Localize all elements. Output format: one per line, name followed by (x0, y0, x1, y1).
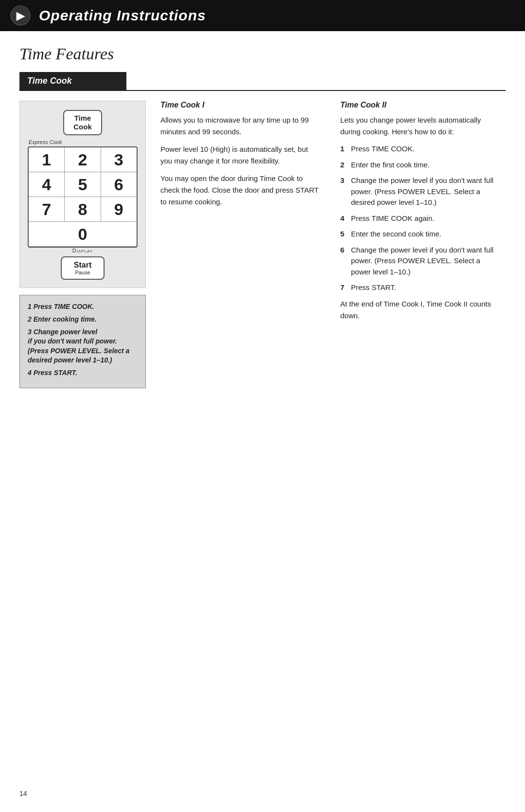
keypad-area: Time Cook Express Cook 1 2 3 (19, 101, 146, 288)
tc2-intro: Lets you change power levels automatical… (340, 114, 501, 138)
time-cook-button-wrap: Time Cook (28, 110, 138, 135)
tc2-step-6: 6 Change the power level if you don't wa… (340, 245, 501, 278)
time-cook-line2: Cook (73, 123, 92, 131)
key-9[interactable]: 9 (101, 197, 137, 221)
key-2[interactable]: 2 (65, 147, 101, 172)
numpad-zero-row: 0 (29, 222, 137, 247)
step-box-1: 1 Press TIME COOK. (28, 302, 138, 312)
start-button-wrap: Start Pause (28, 256, 138, 280)
time-cook-button[interactable]: Time Cook (63, 110, 102, 135)
header-title: Operating Instructions (39, 7, 206, 24)
step-box-3: 3 Change power level if you don't want f… (28, 327, 138, 365)
tc2-step-2-num: 2 (340, 160, 349, 171)
tc2-step-6-text: Change the power level if you don't want… (351, 245, 501, 278)
page-header: ▶ Operating Instructions (0, 0, 525, 31)
steps-box: 1 Press TIME COOK. 2 Enter cooking time.… (19, 295, 146, 388)
tc2-step-4-text: Press TIME COOK again. (351, 213, 501, 224)
tc2-footer: At the end of Time Cook I, Time Cook II … (340, 298, 501, 322)
tc2-step-7: 7 Press START. (340, 282, 501, 293)
tc1-para2: Power level 10 (High) is automatically s… (160, 144, 321, 167)
tc1-para3: You may open the door during Time Cook t… (160, 173, 321, 208)
page-title: Time Features (19, 45, 506, 63)
tc2-step-5-num: 5 (340, 229, 349, 240)
time-cook-1-body: Allows you to microwave for any time up … (160, 114, 321, 208)
time-cook-line1: Time (74, 114, 91, 122)
display-label: Display (28, 248, 138, 253)
start-pause-button[interactable]: Start Pause (61, 256, 105, 280)
step-box-3-title: 3 Change power level (28, 328, 97, 336)
tc1-para1: Allows you to microwave for any time up … (160, 114, 321, 138)
tc2-step-1: 1 Press TIME COOK. (340, 144, 501, 155)
step-box-4: 4 Press START. (28, 368, 138, 378)
tc2-steps-list: 1 Press TIME COOK. 2 Enter the first coo… (340, 144, 501, 293)
main-layout: Time Cook Express Cook 1 2 3 (19, 101, 506, 388)
page-content: Time Features Time Cook Time Cook (0, 31, 525, 408)
tc2-step-1-text: Press TIME COOK. (351, 144, 501, 155)
tc2-step-7-text: Press START. (351, 282, 501, 293)
start-label: Start (74, 261, 91, 269)
step-box-3-body: if you don't want full power. (Press POW… (28, 337, 129, 364)
time-cook-2-title: Time Cook II (340, 101, 501, 109)
section-label: Time Cook (19, 72, 126, 90)
key-5[interactable]: 5 (65, 172, 101, 197)
key-7[interactable]: 7 (29, 197, 65, 221)
numpad: 1 2 3 4 5 6 7 8 9 (28, 146, 138, 248)
numpad-row-3: 7 8 9 (29, 197, 137, 222)
time-cook-1-title: Time Cook I (160, 101, 321, 109)
tc2-step-2: 2 Enter the first cook time. (340, 160, 501, 171)
step-box-2: 2 Enter cooking time. (28, 315, 138, 325)
right-column: Time Cook II Lets you change power level… (335, 101, 506, 327)
key-0[interactable]: 0 (29, 222, 137, 246)
pause-label: Pause (72, 270, 93, 276)
key-6[interactable]: 6 (101, 172, 137, 197)
left-panel: Time Cook Express Cook 1 2 3 (19, 101, 146, 388)
key-1[interactable]: 1 (29, 147, 65, 172)
key-8[interactable]: 8 (65, 197, 101, 221)
header-icon: ▶ (10, 5, 31, 26)
numpad-row-1: 1 2 3 (29, 147, 137, 172)
tc2-step-5: 5 Enter the second cook time. (340, 229, 501, 240)
numpad-row-2: 4 5 6 (29, 172, 137, 197)
tc2-step-7-num: 7 (340, 282, 349, 293)
key-3[interactable]: 3 (101, 147, 137, 172)
tc2-step-3: 3 Change the power level if you don't wa… (340, 175, 501, 208)
key-4[interactable]: 4 (29, 172, 65, 197)
tc2-step-6-num: 6 (340, 245, 349, 278)
time-cook-2-body: Lets you change power levels automatical… (340, 114, 501, 322)
tc2-step-3-text: Change the power level if you don't want… (351, 175, 501, 208)
tc2-step-4-num: 4 (340, 213, 349, 224)
tc2-step-2-text: Enter the first cook time. (351, 160, 501, 171)
section-header-bar: Time Cook (19, 72, 506, 90)
express-cook-label: Express Cook (28, 139, 138, 145)
svg-text:▶: ▶ (17, 10, 26, 22)
page-number: 14 (19, 790, 27, 797)
middle-column: Time Cook I Allows you to microwave for … (146, 101, 335, 214)
tc2-step-4: 4 Press TIME COOK again. (340, 213, 501, 224)
tc2-step-3-num: 3 (340, 175, 349, 208)
tc2-step-1-num: 1 (340, 144, 349, 155)
tc2-step-5-text: Enter the second cook time. (351, 229, 501, 240)
section-divider (19, 90, 506, 91)
